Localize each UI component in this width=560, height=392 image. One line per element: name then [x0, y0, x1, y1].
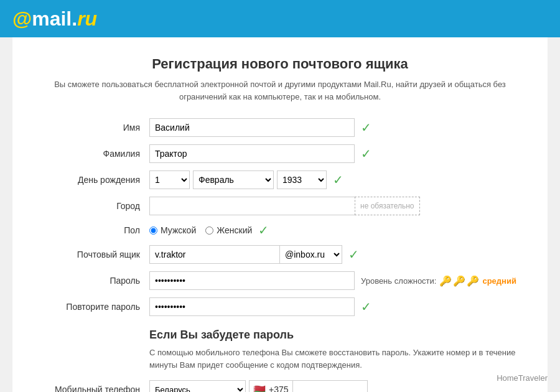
surname-input[interactable] [149, 144, 355, 163]
strength-label: Уровень сложности: [361, 276, 436, 286]
page-description: Вы сможете пользоваться бесплатной элект… [37, 78, 523, 103]
email-input[interactable] [149, 245, 280, 264]
phone-label: Мобильный телефон [37, 385, 149, 392]
email-input-group: @inbox.ru @mail.ru @bk.ru @list.ru [149, 245, 342, 264]
password-repeat-input[interactable] [149, 297, 355, 316]
phone-country-select[interactable]: Беларусь Россия Украина [149, 380, 246, 392]
flag-icon: 🇧🇾 [253, 384, 266, 393]
phone-code: +375 [269, 385, 289, 392]
city-label: Город [37, 201, 149, 211]
gender-female-radio[interactable] [205, 226, 213, 235]
gender-options: Мужской Женский [149, 225, 252, 235]
logo-mail: mail [32, 7, 72, 30]
password-label: Пароль [37, 276, 149, 286]
surname-row: Фамилия ✓ [37, 144, 523, 163]
name-row: Имя ✓ [37, 118, 523, 137]
gender-female-option[interactable]: Женский [205, 225, 252, 235]
header: @mail.ru [0, 0, 560, 37]
name-label: Имя [37, 123, 149, 133]
logo-ru: ru [77, 7, 97, 30]
gender-male-label: Мужской [161, 225, 196, 235]
city-input[interactable] [149, 197, 355, 215]
logo: @mail.ru [12, 7, 97, 30]
phone-row: Мобильный телефон Беларусь Россия Украин… [37, 380, 523, 392]
name-check-icon: ✓ [361, 120, 371, 135]
gender-check-icon: ✓ [258, 223, 269, 238]
phone-number-input[interactable] [293, 380, 368, 392]
key-icon-3: 🔑 [467, 275, 479, 287]
domain-select[interactable]: @inbox.ru @mail.ru @bk.ru @list.ru [280, 245, 342, 264]
page-title: Регистрация нового почтового ящика [37, 56, 523, 72]
password-repeat-label: Повторите пароль [37, 302, 149, 312]
birthday-label: День рождения [37, 175, 149, 185]
gender-male-option[interactable]: Мужской [149, 225, 196, 235]
strength-icons: 🔑 🔑 🔑 [439, 275, 479, 287]
surname-label: Фамилия [37, 149, 149, 159]
city-row: Город не обязательно [37, 197, 523, 215]
footer-brand: HomeTraveler [497, 373, 548, 383]
key-icon-1: 🔑 [439, 275, 452, 287]
name-input[interactable] [149, 118, 355, 137]
strength-value: средний [482, 276, 516, 286]
birthday-month-select[interactable]: Январь Февраль МартАпрельМай ИюньИюльАвг… [193, 170, 274, 189]
birthday-day-select[interactable]: 1 2345 [149, 170, 190, 189]
gender-label: Пол [37, 225, 149, 235]
forgot-title: Если Вы забудете пароль [37, 329, 523, 342]
gender-male-radio[interactable] [149, 226, 157, 235]
password-input[interactable] [149, 271, 355, 290]
logo-at: @ [12, 7, 32, 30]
birthday-inputs: 1 2345 Январь Февраль МартАпрельМай Июнь… [149, 170, 327, 189]
birthday-year-select[interactable]: 1933 193419902000 [277, 170, 327, 189]
surname-check-icon: ✓ [361, 146, 371, 161]
email-check-icon: ✓ [348, 247, 359, 262]
phone-input-group: Беларусь Россия Украина 🇧🇾 +375 [149, 380, 368, 392]
forgot-desc: С помощью мобильного телефона Вы сможете… [37, 347, 523, 371]
birthday-row: День рождения 1 2345 Январь Февраль Март… [37, 170, 523, 189]
optional-label: не обязательно [355, 197, 420, 215]
email-label: Почтовый ящик [37, 250, 149, 259]
main-content: Регистрация нового почтового ящика Вы см… [12, 37, 548, 392]
gender-female-label: Женский [217, 225, 252, 235]
city-input-group: не обязательно [149, 197, 420, 215]
email-row: Почтовый ящик @inbox.ru @mail.ru @bk.ru … [37, 245, 523, 264]
password-repeat-row: Повторите пароль ✓ [37, 297, 523, 316]
key-icon-2: 🔑 [453, 275, 465, 287]
password-repeat-check-icon: ✓ [361, 299, 371, 314]
password-row: Пароль Уровень сложности: 🔑 🔑 🔑 средний [37, 271, 523, 290]
phone-prefix-box: 🇧🇾 +375 [249, 380, 293, 392]
gender-row: Пол Мужской Женский ✓ [37, 223, 523, 238]
birthday-check-icon: ✓ [333, 172, 343, 187]
strength-indicator: Уровень сложности: 🔑 🔑 🔑 средний [361, 275, 516, 287]
